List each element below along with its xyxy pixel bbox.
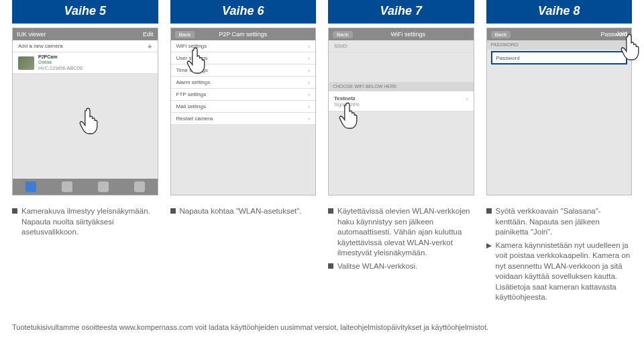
ssid-row: SSID: (329, 40, 474, 52)
bullet-text: Käytettävissä olevien WLAN-verkkojen hak… (337, 206, 474, 259)
settings-row-alarm[interactable]: Alarm settings› (171, 77, 316, 89)
back-button[interactable]: Back (491, 31, 511, 38)
password-section-label: PASSWORD: (487, 40, 632, 50)
settings-label: WiFi settings (176, 43, 207, 49)
edit-button[interactable]: Edit (143, 31, 154, 38)
chevron-right-icon: › (308, 116, 310, 122)
settings-row-restart[interactable]: Restart camera› (171, 113, 316, 125)
add-camera-row[interactable]: Add a new camera + (13, 40, 158, 52)
back-button[interactable]: Back (333, 31, 353, 38)
footer-text: Tuotetukisivultamme osoitteesta www.komp… (12, 323, 632, 331)
step-6-header: Vaihe 6 (170, 0, 317, 24)
chevron-right-icon: › (308, 103, 310, 110)
chevron-right-icon: › (308, 79, 310, 86)
bullet-text: Syötä verkkoavain "Salasana"-kenttään. N… (496, 206, 633, 238)
chevron-right-icon: › (308, 43, 310, 50)
settings-row-user[interactable]: User settings› (171, 52, 316, 64)
ssid-label: SSID: (334, 43, 348, 49)
camera-entry[interactable]: P2PCam Online HVC-123456-ABCDE (13, 52, 158, 74)
nav-icon-3[interactable] (98, 181, 109, 192)
wifi-network-name: Testnetz (334, 95, 356, 102)
screen-step6: Back P2P Cam settings WiFi settings› Use… (170, 28, 317, 195)
bullet-text: Kamerakuva ilmestyy yleisnäkymään. Napau… (21, 206, 158, 238)
camera-name: P2PCam (38, 54, 83, 60)
screen-step5: IUK viewer Edit Add a new camera + P2PCa… (12, 28, 158, 195)
bullet-triangle-icon (486, 243, 492, 249)
bullet-text: Kamera käynnistetään nyt uudelleen ja vo… (496, 240, 633, 303)
bullet-square-icon (328, 208, 333, 214)
wifi-section-label: CHOOSE WIFI BELOW HERE (329, 82, 474, 91)
join-button[interactable]: Join (616, 30, 627, 37)
refresh-icon[interactable]: ↻ (464, 30, 470, 39)
chevron-right-icon: › (308, 91, 310, 98)
settings-label: Time settings (176, 67, 208, 73)
settings-label: FTP settings (176, 91, 207, 97)
chevron-right-icon: › (308, 55, 310, 62)
settings-row-wifi[interactable]: WiFi settings› (171, 40, 316, 52)
nav-icon-2[interactable] (62, 181, 72, 192)
nav-icon-1[interactable] (25, 181, 36, 192)
settings-label: Alarm settings (176, 79, 211, 85)
settings-label: Mail settings (176, 103, 206, 110)
settings-row-time[interactable]: Time settings› (171, 64, 316, 77)
camera-thumbnail (18, 56, 34, 70)
settings-label: Restart camera (176, 116, 213, 122)
chevron-right-icon: › (308, 67, 310, 74)
screen-title: WiFi settings (390, 31, 425, 38)
bullet-square-icon (328, 263, 333, 269)
settings-row-mail[interactable]: Mail settings› (171, 101, 316, 113)
back-button[interactable]: Back (175, 31, 195, 38)
app-title: IUK viewer (17, 31, 46, 38)
settings-row-ftp[interactable]: FTP settings› (171, 89, 316, 101)
add-camera-label: Add a new camera (18, 43, 63, 49)
password-field[interactable]: Password (491, 51, 628, 64)
step-8-header: Vaihe 8 (486, 0, 633, 24)
bullet-square-icon (486, 208, 492, 214)
camera-id: HVC-123456-ABCDE (38, 66, 83, 71)
wifi-signal: Signal:-28% (334, 102, 360, 107)
screen-title: P2P Cam settings (219, 31, 267, 38)
password-placeholder: Password (496, 55, 520, 61)
bullet-square-icon (12, 208, 17, 214)
screen-step8: Back Password Join PASSWORD: Password (486, 28, 633, 195)
chevron-right-icon: › (466, 95, 468, 102)
step-5-header: Vaihe 5 (12, 0, 158, 24)
screen-step7: Back WiFi settings ↻ SSID: CHOOSE WIFI B… (328, 28, 474, 195)
bottom-nav (13, 179, 158, 195)
wifi-network-row[interactable]: Testnetz › Signal:-28% (329, 91, 474, 112)
camera-status: Online (38, 60, 83, 65)
plus-icon: + (148, 42, 152, 50)
step-7-header: Vaihe 7 (328, 0, 474, 24)
bullet-text: Valitse WLAN-verkkosi. (337, 261, 417, 272)
settings-label: User settings (176, 55, 208, 61)
bullet-square-icon (170, 208, 176, 214)
nav-icon-4[interactable] (134, 181, 145, 192)
bullet-text: Napauta kohtaa "WLAN-asetukset". (180, 206, 302, 217)
